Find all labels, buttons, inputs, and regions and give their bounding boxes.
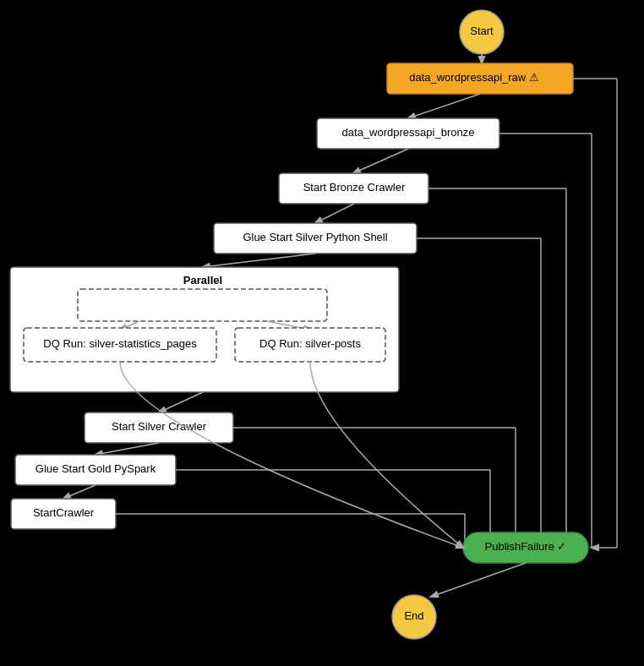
dq-posts-label: DQ Run: silver-posts — [259, 337, 361, 350]
dq-stats-label: DQ Run: silver-statistics_pages — [43, 337, 197, 350]
svg-line-13 — [203, 254, 315, 267]
svg-line-19 — [96, 443, 159, 455]
workflow-diagram: Start data_wordpressapi_raw ⚠ data_wordp… — [0, 0, 644, 666]
parallel-label: Parallel — [183, 274, 222, 287]
svg-line-26 — [431, 563, 526, 597]
publish-failure-label: PublishFailure ✓ — [485, 540, 567, 553]
data-raw-label: data_wordpressapi_raw ⚠ — [409, 71, 539, 84]
glue-silver-label: Glue Start Silver Python Shell — [243, 231, 387, 243]
end-label: End — [404, 609, 423, 622]
svg-line-22 — [63, 485, 96, 499]
start-label: Start — [470, 25, 494, 37]
start-bronze-label: Start Bronze Crawler — [303, 181, 406, 194]
svg-line-10 — [315, 204, 354, 223]
svg-line-4 — [408, 94, 480, 118]
parallel-inner-box — [78, 289, 327, 321]
glue-gold-label: Glue Start Gold PySpark — [35, 462, 156, 475]
svg-line-7 — [353, 149, 408, 173]
svg-line-16 — [159, 392, 203, 412]
data-bronze-label: data_wordpressapi_bronze — [342, 126, 475, 139]
start-crawler-label: StartCrawler — [33, 506, 95, 519]
